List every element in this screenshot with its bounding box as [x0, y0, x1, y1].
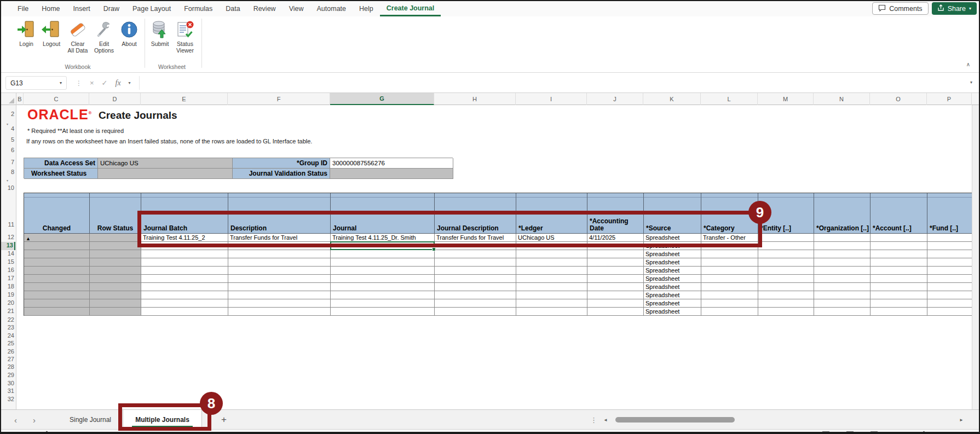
table-empty-cell[interactable]: [927, 275, 972, 283]
table-empty-cell[interactable]: [90, 308, 141, 316]
row-header[interactable]: 14: [1, 250, 14, 258]
table-empty-cell[interactable]: [228, 308, 331, 316]
row-header[interactable]: 32: [1, 396, 14, 404]
share-dropdown-icon[interactable]: ▾: [969, 6, 971, 11]
table-empty-cell[interactable]: Spreadsheet: [644, 308, 701, 316]
table-empty-cell[interactable]: [516, 308, 587, 316]
table-empty-cell[interactable]: [141, 258, 228, 267]
table-empty-cell[interactable]: Spreadsheet: [644, 267, 701, 275]
table-empty-cell[interactable]: [228, 258, 331, 267]
row-header[interactable]: 8: [1, 169, 14, 177]
table-empty-cell[interactable]: [90, 291, 141, 299]
column-header-j[interactable]: J: [587, 93, 643, 105]
column-header-h[interactable]: H: [434, 93, 516, 105]
hscroll-left-icon[interactable]: ◄: [603, 410, 608, 430]
table-empty-cell[interactable]: [587, 308, 644, 316]
table-empty-cell[interactable]: [871, 242, 927, 250]
row-header[interactable]: 29: [1, 372, 14, 380]
column-header-p[interactable]: P: [927, 93, 972, 105]
table-empty-cell[interactable]: [927, 299, 972, 308]
table-empty-cell[interactable]: [331, 308, 435, 316]
table-empty-cell[interactable]: [141, 275, 228, 283]
ribbon-tab-home[interactable]: Home: [35, 1, 66, 16]
formula-enter-icon[interactable]: ✓: [102, 79, 108, 87]
table-empty-cell[interactable]: [701, 283, 758, 291]
row-header[interactable]: 31: [1, 387, 14, 396]
ribbon-tab-page-layout[interactable]: Page Layout: [126, 1, 177, 16]
table-empty-cell[interactable]: [701, 258, 758, 267]
table-column-header[interactable]: Changed: [24, 193, 90, 234]
ribbon-tab-create-journal[interactable]: Create Journal: [380, 1, 441, 16]
table-empty-cell[interactable]: [516, 283, 587, 291]
column-header-b[interactable]: B: [16, 93, 24, 105]
formula-bar-expand-icon[interactable]: ▾: [970, 80, 972, 85]
column-header-d[interactable]: D: [89, 93, 141, 105]
table-empty-cell[interactable]: [516, 291, 587, 299]
table-empty-cell[interactable]: [516, 299, 587, 308]
table-empty-cell[interactable]: [331, 275, 435, 283]
table-data-cell[interactable]: ▲: [24, 234, 90, 242]
table-empty-cell[interactable]: [24, 242, 90, 250]
login-button[interactable]: Login: [13, 20, 39, 47]
table-empty-cell[interactable]: [701, 308, 758, 316]
table-empty-cell[interactable]: [871, 283, 927, 291]
column-header-o[interactable]: O: [870, 93, 927, 105]
table-empty-cell[interactable]: [758, 283, 814, 291]
table-empty-cell[interactable]: [331, 299, 435, 308]
table-empty-cell[interactable]: [814, 283, 871, 291]
ribbon-tab-draw[interactable]: Draw: [97, 1, 126, 16]
row-header[interactable]: 18: [1, 283, 14, 291]
table-empty-cell[interactable]: [141, 250, 228, 258]
table-empty-cell[interactable]: [814, 291, 871, 299]
table-empty-cell[interactable]: [758, 275, 814, 283]
row-header[interactable]: 10: [1, 184, 14, 193]
table-column-header[interactable]: *Organization [..]: [814, 193, 871, 234]
row-header[interactable]: 25: [1, 340, 14, 348]
table-empty-cell[interactable]: [90, 242, 141, 250]
table-empty-cell[interactable]: [814, 267, 871, 275]
table-empty-cell[interactable]: [228, 291, 331, 299]
table-empty-cell[interactable]: [758, 308, 814, 316]
table-empty-cell[interactable]: [331, 283, 435, 291]
formula-cancel-icon[interactable]: ×: [90, 79, 94, 87]
table-empty-cell[interactable]: [587, 250, 644, 258]
row-header[interactable]: 15: [1, 258, 14, 267]
sheet-nav-right-icon[interactable]: ›: [33, 410, 36, 430]
table-empty-cell[interactable]: [927, 267, 972, 275]
table-empty-cell[interactable]: [228, 299, 331, 308]
table-empty-cell[interactable]: Spreadsheet: [644, 283, 701, 291]
table-empty-cell[interactable]: [90, 299, 141, 308]
edit-options-button[interactable]: Edit Options: [91, 20, 117, 54]
table-empty-cell[interactable]: [331, 258, 435, 267]
table-empty-cell[interactable]: [701, 291, 758, 299]
row-header[interactable]: 24: [1, 332, 14, 340]
sheet-tab-single-journal[interactable]: Single Journal: [60, 410, 120, 430]
table-empty-cell[interactable]: [24, 267, 90, 275]
hscroll-right-icon[interactable]: ►: [959, 410, 964, 430]
table-data-cell[interactable]: [90, 234, 141, 242]
table-empty-cell[interactable]: [758, 250, 814, 258]
table-empty-cell[interactable]: [516, 275, 587, 283]
new-sheet-button[interactable]: +: [221, 410, 227, 430]
table-empty-cell[interactable]: Spreadsheet: [644, 299, 701, 308]
row-header[interactable]: 11: [1, 221, 14, 229]
clear-all-data-button[interactable]: Clear All Data: [65, 20, 91, 54]
table-empty-cell[interactable]: [516, 258, 587, 267]
ribbon-tab-data[interactable]: Data: [219, 1, 246, 16]
table-data-cell[interactable]: [871, 234, 927, 242]
table-empty-cell[interactable]: [331, 250, 435, 258]
table-empty-cell[interactable]: [758, 258, 814, 267]
table-empty-cell[interactable]: [90, 250, 141, 258]
ribbon-tab-review[interactable]: Review: [247, 1, 283, 16]
table-empty-cell[interactable]: [587, 275, 644, 283]
table-empty-cell[interactable]: [701, 299, 758, 308]
row-header[interactable]: 12: [1, 234, 14, 242]
table-empty-cell[interactable]: [24, 283, 90, 291]
row-header[interactable]: 2: [1, 111, 14, 119]
share-button[interactable]: Share ▾: [932, 2, 977, 15]
table-empty-cell[interactable]: Spreadsheet: [644, 250, 701, 258]
column-header-n[interactable]: N: [814, 93, 870, 105]
table-empty-cell[interactable]: [701, 275, 758, 283]
column-header-f[interactable]: F: [228, 93, 330, 105]
table-empty-cell[interactable]: [141, 267, 228, 275]
